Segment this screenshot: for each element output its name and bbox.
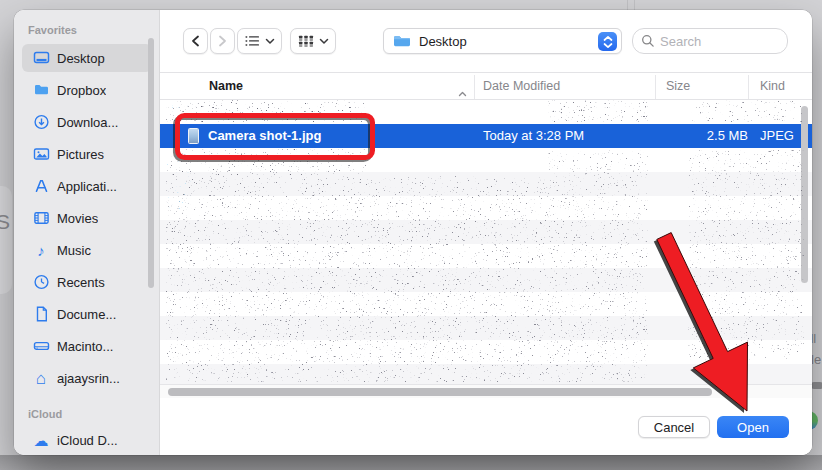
pictures-icon — [28, 146, 54, 162]
sidebar-item-label: Docume... — [57, 307, 116, 322]
sidebar-item-label: Applicati... — [57, 179, 117, 194]
location-dropdown[interactable]: Desktop — [383, 28, 622, 54]
sidebar-item-music[interactable]: ♪ Music — [22, 236, 152, 264]
sidebar-item-applications[interactable]: Applicati... — [22, 172, 152, 200]
sidebar-item-pictures[interactable]: Pictures — [22, 140, 152, 168]
file-size: 2.5 MB — [660, 128, 748, 143]
stepper-control[interactable] — [598, 32, 617, 51]
image-file-thumbnail-icon — [188, 128, 199, 144]
sidebar-item-label: ajaaysrin... — [57, 371, 120, 386]
sidebar-item-desktop[interactable]: Desktop — [22, 44, 152, 72]
sidebar-item-movies[interactable]: Movies — [22, 204, 152, 232]
chevron-left-icon — [191, 35, 200, 47]
sidebar-item-label: Music — [57, 243, 91, 258]
sort-ascending-icon — [458, 83, 467, 101]
vertical-scrollbar[interactable] — [801, 106, 808, 283]
location-label: Desktop — [419, 34, 467, 49]
applications-icon — [28, 178, 54, 194]
list-view-dropdown[interactable] — [237, 28, 282, 54]
background-dash — [811, 382, 822, 389]
background-window-fragment — [0, 186, 12, 294]
cloud-icon: ☁ — [28, 433, 54, 448]
download-icon — [28, 114, 54, 130]
screenshot-stage: S vill bile Favorites Desktop Dropbox Do… — [0, 0, 822, 470]
sidebar-scrollbar[interactable] — [148, 38, 154, 288]
sidebar-item-label: Movies — [57, 211, 98, 226]
sidebar-item-label: iCloud D... — [57, 433, 118, 448]
sidebar-item-label: Desktop — [57, 51, 105, 66]
background-divider — [634, 0, 635, 10]
open-file-dialog: Favorites Desktop Dropbox Downloa... Pic… — [14, 10, 812, 455]
file-list: Camera shot-1.jpg Today at 3:28 PM 2.5 M… — [160, 100, 812, 398]
search-field[interactable] — [632, 28, 788, 54]
chevron-right-icon — [218, 35, 227, 47]
selected-file-row[interactable]: Camera shot-1.jpg Today at 3:28 PM 2.5 M… — [160, 124, 812, 148]
sidebar-item-icloud-drive[interactable]: ☁ iCloud D... — [22, 426, 152, 454]
dialog-button-bar: Cancel Open — [160, 398, 812, 455]
horizontal-scrollbar-track[interactable] — [160, 384, 812, 398]
grid-view-icon — [298, 35, 314, 47]
sidebar-item-dropbox[interactable]: Dropbox — [22, 76, 152, 104]
sidebar-item-label: Pictures — [57, 147, 104, 162]
background-divider — [627, 0, 628, 10]
background-text-left: S — [0, 210, 10, 234]
column-divider — [748, 75, 749, 99]
music-icon: ♪ — [28, 243, 54, 258]
movies-icon — [28, 210, 54, 226]
column-header-kind[interactable]: Kind — [760, 79, 785, 93]
document-icon — [28, 306, 54, 322]
search-icon — [641, 34, 655, 48]
column-divider — [655, 75, 656, 99]
sidebar-item-label: Dropbox — [57, 83, 106, 98]
sidebar-item-label: Downloa... — [57, 115, 118, 130]
up-down-chevrons-icon — [603, 35, 613, 49]
group-view-dropdown[interactable] — [290, 28, 336, 54]
sidebar-item-documents[interactable]: Docume... — [22, 300, 152, 328]
column-header-row: Name Date Modified Size Kind — [160, 72, 812, 100]
column-header-date-modified[interactable]: Date Modified — [483, 79, 560, 93]
sidebar-item-downloads[interactable]: Downloa... — [22, 108, 152, 136]
list-view-icon — [245, 35, 260, 47]
chevron-down-icon — [265, 38, 275, 45]
sidebar-item-label: Macinto... — [57, 339, 113, 354]
forward-button[interactable] — [210, 28, 235, 54]
column-divider — [474, 75, 475, 99]
chevron-down-icon — [319, 38, 329, 45]
sidebar-item-macintosh-hd[interactable]: Macinto... — [22, 332, 152, 360]
icloud-header: iCloud — [28, 408, 62, 420]
sidebar-item-label: Recents — [57, 275, 105, 290]
column-header-name[interactable]: Name — [209, 79, 243, 93]
drive-icon — [28, 338, 54, 354]
background-bottom-bar — [0, 455, 822, 470]
favorites-header: Favorites — [28, 24, 77, 36]
home-icon: ⌂ — [28, 370, 54, 387]
finder-sidebar: Favorites Desktop Dropbox Downloa... Pic… — [14, 10, 160, 455]
search-input[interactable] — [660, 34, 770, 49]
file-date-modified: Today at 3:28 PM — [483, 128, 584, 143]
desktop-icon — [28, 50, 54, 66]
sidebar-item-recents[interactable]: Recents — [22, 268, 152, 296]
folder-icon — [392, 33, 412, 49]
column-header-size[interactable]: Size — [666, 79, 690, 93]
back-button[interactable] — [183, 28, 208, 54]
file-name: Camera shot-1.jpg — [208, 128, 321, 143]
sidebar-item-home[interactable]: ⌂ ajaaysrin... — [22, 364, 152, 392]
cancel-button[interactable]: Cancel — [638, 416, 710, 438]
horizontal-scrollbar-thumb[interactable] — [168, 388, 712, 396]
file-browser-pane: Desktop Name Date Modified Size Kind — [160, 10, 812, 455]
folder-icon — [28, 82, 54, 98]
open-button[interactable]: Open — [717, 416, 789, 438]
file-kind: JPEG — [760, 128, 794, 143]
clock-icon — [28, 274, 54, 290]
